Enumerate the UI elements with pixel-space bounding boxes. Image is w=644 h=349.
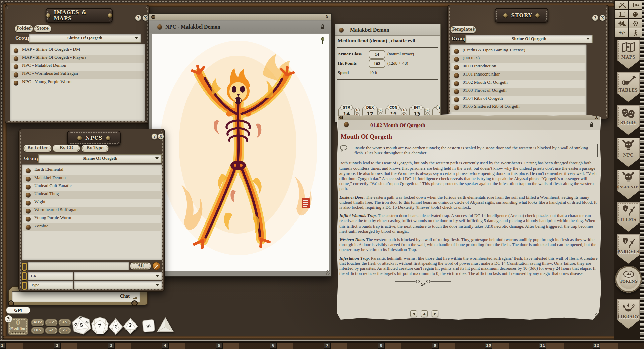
list-item[interactable]: 01.02 Mouth Of Qorgeth: [450, 80, 586, 88]
check-cycler[interactable]: C: [378, 108, 383, 113]
by-letter-button[interactable]: By Letter: [23, 145, 52, 152]
link-stud-icon[interactable]: [344, 122, 349, 127]
party-info-button[interactable]: [629, 1, 642, 10]
up-page-button[interactable]: ▲: [421, 310, 428, 317]
group-select[interactable]: Shrine Of Qorgeth: [38, 154, 162, 163]
list-item[interactable]: Undead Thug: [22, 191, 162, 199]
list-item[interactable]: Undead Cult Fanatic: [22, 183, 162, 191]
next-page-button[interactable]: ▶: [432, 310, 438, 317]
advantage-button[interactable]: ADV: [31, 319, 44, 326]
group-select[interactable]: Shrine Of Qorgeth: [29, 34, 141, 43]
window-title-plaque[interactable]: NPCS: [67, 131, 121, 145]
modifiers-button[interactable]: +/-: [615, 28, 629, 37]
link-stud-icon[interactable]: [454, 81, 459, 86]
link-stud-icon[interactable]: [26, 217, 31, 221]
chat-identity-badge[interactable]: GM: [6, 307, 30, 314]
list-item[interactable]: Wormhearted Suffragan: [22, 207, 162, 215]
list-item[interactable]: MAP - Shrine Of Qorgeth - Players: [10, 55, 145, 63]
window-drag-strip[interactable]: X: [338, 115, 600, 120]
link-stud-icon[interactable]: [26, 185, 31, 189]
resize-grip[interactable]: [326, 270, 330, 275]
npc-search-input[interactable]: [28, 262, 129, 270]
d10-die[interactable]: 1: [108, 318, 123, 335]
d8-die[interactable]: 3: [123, 318, 138, 335]
link-stud-icon[interactable]: [14, 81, 18, 85]
list-item[interactable]: Earth Elemental: [22, 167, 162, 175]
close-icon[interactable]: X: [326, 15, 329, 20]
link-stud-icon[interactable]: [454, 97, 459, 102]
d4-die[interactable]: [156, 317, 174, 333]
type-filter-select[interactable]: [74, 281, 162, 289]
ac-value[interactable]: 14: [369, 50, 385, 59]
list-item[interactable]: NPC - Young Purple Worm: [10, 79, 145, 87]
store-button[interactable]: Store: [34, 25, 51, 32]
by-cr-button[interactable]: By CR: [53, 145, 80, 152]
d12-die[interactable]: 7: [91, 317, 109, 335]
group-select[interactable]: Shrine Of Qorgeth: [465, 35, 593, 43]
list-item[interactable]: Young Purple Worm: [22, 215, 162, 223]
type-filter-label-box[interactable]: Type: [28, 281, 73, 289]
check-cycler[interactable]: C: [355, 108, 360, 113]
list-item[interactable]: Zombie: [22, 223, 162, 231]
list-item[interactable]: NPC - Malakbel Demon: [10, 63, 145, 71]
plus2-button[interactable]: +2: [45, 319, 58, 326]
lock-icon[interactable]: [321, 24, 325, 30]
check-cycler[interactable]: C: [425, 108, 430, 113]
link-stud-icon[interactable]: [26, 201, 31, 205]
pointer-button[interactable]: [629, 28, 642, 37]
help-button[interactable]: ?: [592, 15, 598, 21]
folder-button[interactable]: Folder: [15, 25, 33, 32]
close-button[interactable]: X: [599, 15, 606, 21]
book-button[interactable]: [615, 10, 629, 19]
prev-page-button[interactable]: ◀: [410, 310, 417, 317]
list-item[interactable]: 00.00 Introduction: [450, 63, 586, 71]
list-item[interactable]: Malakbel Demon: [22, 175, 162, 183]
lock-icon[interactable]: [590, 122, 594, 128]
help-button[interactable]: ?: [151, 133, 158, 140]
cr-filter-label-box[interactable]: CR: [28, 272, 73, 280]
image-title-bar[interactable]: NPC - Malakbel Demon: [149, 21, 331, 33]
list-item[interactable]: NPC - Wormhearted Suffragan: [10, 71, 145, 79]
link-stud-icon[interactable]: [454, 49, 459, 54]
list-item[interactable]: MAP - Shrine Of Qorgeth - DM: [10, 47, 145, 55]
list-item[interactable]: (INDEX): [450, 55, 586, 63]
link-stud-icon[interactable]: [454, 73, 459, 78]
link-stud-icon[interactable]: [26, 168, 31, 173]
day-night-button[interactable]: [615, 19, 629, 28]
by-type-button[interactable]: By Type: [81, 145, 109, 152]
help-button[interactable]: ?: [135, 15, 141, 21]
link-stud-icon[interactable]: [14, 72, 18, 77]
settings-button[interactable]: [629, 19, 642, 28]
link-stud-icon[interactable]: [454, 105, 459, 110]
palette-button[interactable]: [629, 10, 642, 19]
plus5-button[interactable]: +5: [58, 319, 71, 326]
window-title-plaque[interactable]: IMAGES & MAPS: [46, 8, 113, 23]
entry-body[interactable]: Inside the worm's mouth are two earthen …: [339, 144, 598, 287]
filter-all-button[interactable]: All: [130, 262, 151, 270]
templates-button[interactable]: Templates: [450, 26, 476, 33]
pointer-pin-icon[interactable]: [320, 37, 325, 44]
link-stud-icon[interactable]: [454, 65, 459, 70]
minus2-button[interactable]: -2: [45, 327, 58, 334]
close-button[interactable]: X: [158, 133, 164, 140]
link-stud-icon[interactable]: [14, 56, 18, 61]
list-item[interactable]: 01.03 Throat of Qorgeth: [450, 88, 586, 96]
chat-input[interactable]: Chat: [12, 291, 140, 302]
edit-button[interactable]: [152, 262, 160, 270]
d20-die[interactable]: 5 15 13 18: [70, 314, 93, 336]
window-title-plaque[interactable]: STORY: [495, 8, 548, 23]
list-item[interactable]: 01.04 Ribs of Qorgeth: [450, 96, 586, 104]
cr-filter-select[interactable]: [74, 272, 162, 280]
disadvantage-button[interactable]: DIS: [31, 327, 44, 334]
d6-die[interactable]: 5: [142, 319, 156, 333]
window-drag-strip[interactable]: X: [149, 14, 331, 20]
link-stud-icon[interactable]: [454, 57, 459, 62]
minus5-button[interactable]: -5: [58, 327, 71, 334]
image-canvas[interactable]: [152, 34, 329, 271]
link-stud-icon[interactable]: [26, 177, 31, 181]
swords-button[interactable]: [615, 1, 629, 10]
list-item[interactable]: 01.01 Innocent Altar: [450, 71, 586, 80]
list-item[interactable]: 01.05 Shattered Rib of Qorgeth: [450, 104, 586, 112]
list-item[interactable]: (Credits & Open Gaming License): [450, 47, 586, 55]
resize-grip[interactable]: [595, 313, 599, 318]
